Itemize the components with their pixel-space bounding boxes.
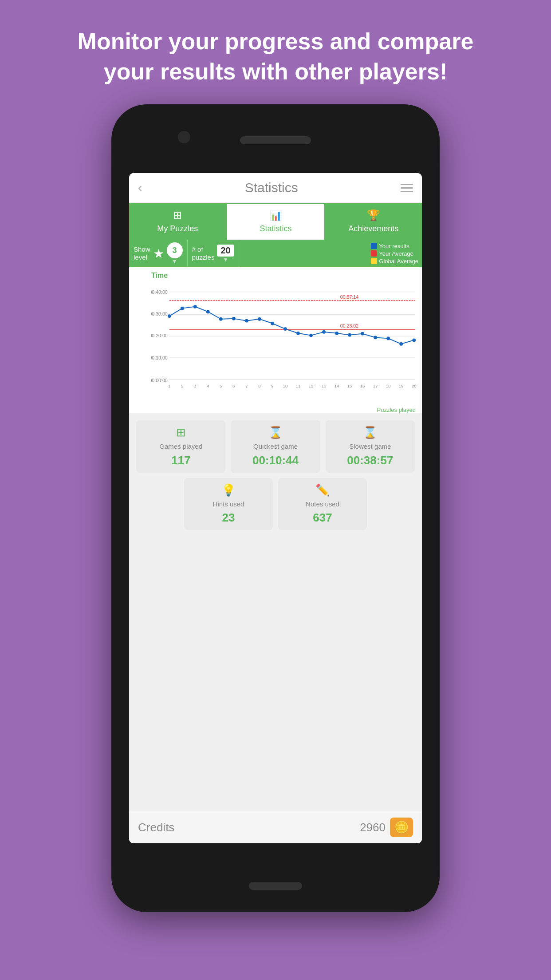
coin-icon: 🪙 [394, 821, 409, 834]
svg-text:5: 5 [220, 383, 222, 388]
global-average-dot [371, 258, 377, 264]
quickest-game-card: ⌛ Quickest game 00:10:44 [231, 420, 320, 473]
credits-coin-button[interactable]: 🪙 [390, 818, 413, 837]
svg-text:8: 8 [258, 383, 260, 388]
svg-point-16 [193, 305, 197, 308]
tab-achievements-label: Achievements [348, 224, 398, 233]
svg-point-14 [168, 314, 171, 318]
svg-point-29 [361, 332, 364, 336]
level-value: 3 [167, 242, 183, 258]
statistics-icon: 📊 [270, 210, 282, 221]
show-level-label: Showlevel [134, 245, 150, 261]
chart-container: 00:40:00 00:30:00 00:20:00 00:10:00 00:0… [151, 281, 417, 406]
svg-text:6: 6 [232, 383, 235, 388]
credits-label: Credits [138, 821, 174, 834]
global-average-label: Global Average [379, 258, 418, 265]
hints-icon: 💡 [221, 483, 236, 497]
svg-point-21 [258, 317, 261, 321]
svg-text:00:57:14: 00:57:14 [340, 295, 358, 300]
svg-point-27 [335, 332, 338, 335]
svg-text:00:10:00: 00:10:00 [151, 355, 168, 360]
page-title: Statistics [245, 180, 298, 195]
num-puzzles-control[interactable]: # ofpuzzles 20 ▼ [188, 240, 239, 267]
svg-point-30 [374, 336, 377, 340]
svg-point-18 [219, 317, 223, 321]
controls-row: Showlevel ★ 3 ▼ # ofpuzzles 20 ▼ Your re… [129, 240, 422, 267]
legend-your-average: Your Average [371, 250, 418, 257]
svg-point-20 [245, 319, 248, 323]
tab-my-puzzles-label: My Puzzles [157, 224, 198, 233]
svg-text:00:40:00: 00:40:00 [151, 289, 168, 295]
puzzles-icon: ⊞ [173, 209, 182, 221]
svg-point-32 [399, 342, 403, 346]
headline: Monitor your progress and compare your r… [42, 0, 509, 104]
svg-text:4: 4 [207, 383, 209, 388]
hints-used-card: 💡 Hints used 23 [184, 478, 273, 530]
phone-speaker [240, 136, 311, 144]
show-level-control[interactable]: Showlevel ★ 3 ▼ [129, 240, 188, 267]
svg-point-24 [296, 332, 300, 335]
svg-text:13: 13 [322, 383, 327, 388]
your-average-label: Your Average [379, 250, 413, 257]
svg-point-33 [412, 339, 416, 342]
app-header: ‹ Statistics [129, 173, 422, 203]
hints-label: Hints used [213, 500, 244, 509]
games-played-card: ⊞ Games played 117 [136, 420, 225, 473]
puzzles-label: # ofpuzzles [192, 245, 215, 261]
svg-text:00:00:00: 00:00:00 [151, 378, 168, 383]
phone-camera [178, 131, 190, 143]
svg-point-28 [348, 333, 351, 337]
your-results-dot [371, 243, 377, 249]
legend-your-results: Your results [371, 243, 418, 249]
star-icon: ★ [153, 246, 164, 261]
svg-text:1: 1 [168, 383, 170, 388]
credits-bar: Credits 2960 🪙 [129, 811, 422, 843]
tab-statistics[interactable]: 📊 Statistics [226, 203, 325, 240]
chart-title: Time [151, 272, 417, 280]
slowest-label: Slowest game [349, 442, 391, 451]
tab-statistics-label: Statistics [260, 224, 291, 233]
svg-text:00:20:00: 00:20:00 [151, 333, 168, 339]
trophy-icon: 🏆 [367, 209, 380, 221]
tab-bar: ⊞ My Puzzles 📊 Statistics 🏆 Achievements [129, 203, 422, 240]
svg-text:11: 11 [296, 383, 301, 388]
notes-label: Notes used [306, 500, 339, 509]
menu-button[interactable] [401, 184, 413, 192]
svg-text:00:30:00: 00:30:00 [151, 311, 168, 316]
svg-text:00:23:02: 00:23:02 [340, 323, 358, 328]
puzzles-value: 20 [217, 245, 234, 257]
slowest-icon: ⌛ [363, 426, 377, 439]
hints-value: 23 [222, 511, 235, 525]
notes-value: 637 [313, 511, 332, 525]
legend-global-average: Global Average [371, 258, 418, 265]
svg-text:14: 14 [335, 383, 339, 388]
chart-x-label: Puzzles played [134, 407, 416, 413]
svg-text:17: 17 [373, 383, 378, 388]
chart-area: Time 00:40:00 00:30:00 00:20:00 00:10:00… [129, 267, 422, 413]
games-played-label: Games played [159, 442, 202, 451]
quickest-icon: ⌛ [268, 426, 283, 439]
svg-text:9: 9 [271, 383, 273, 388]
svg-point-26 [322, 330, 326, 334]
svg-point-22 [271, 322, 274, 325]
quickest-value: 00:10:44 [252, 454, 299, 467]
svg-text:20: 20 [412, 383, 417, 388]
your-average-dot [371, 250, 377, 257]
games-played-icon: ⊞ [176, 426, 186, 439]
svg-point-15 [181, 307, 184, 310]
your-results-label: Your results [379, 243, 409, 249]
stats-row-2: 💡 Hints used 23 ✏️ Notes used 637 [136, 478, 415, 530]
svg-point-17 [206, 310, 210, 314]
phone-device: ‹ Statistics ⊞ My Puzzles 📊 Statistics 🏆… [111, 104, 440, 912]
games-played-value: 117 [171, 454, 190, 467]
notes-icon: ✏️ [315, 483, 330, 497]
svg-text:19: 19 [399, 383, 404, 388]
svg-text:12: 12 [309, 383, 314, 388]
back-button[interactable]: ‹ [138, 181, 142, 195]
stats-row-1: ⊞ Games played 117 ⌛ Quickest game 00:10… [136, 420, 415, 473]
svg-point-23 [283, 327, 287, 331]
tab-achievements[interactable]: 🏆 Achievements [325, 203, 422, 240]
tab-my-puzzles[interactable]: ⊞ My Puzzles [129, 203, 226, 240]
svg-text:10: 10 [283, 383, 288, 388]
slowest-value: 00:38:57 [347, 454, 393, 467]
